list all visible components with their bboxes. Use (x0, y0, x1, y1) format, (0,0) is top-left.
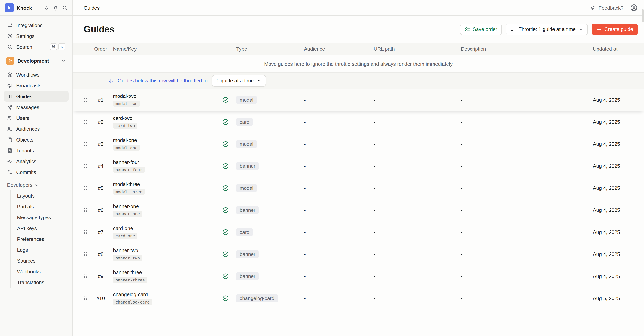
throttle-divider-row: Guides below this row will be throttled … (73, 73, 644, 89)
row-order: #7 (94, 229, 108, 235)
knock-logo: k (5, 3, 14, 12)
guide-key-badge: modal-three (113, 188, 145, 195)
drag-handle-icon[interactable] (82, 207, 88, 213)
table-row[interactable]: #8 banner-two banner-two banner - - (73, 243, 644, 265)
sidebar-item-logs[interactable]: Logs (11, 244, 68, 255)
throttle-button[interactable]: Throttle: 1 guide at a time (506, 23, 588, 35)
guide-name[interactable]: banner-four (113, 159, 218, 165)
guide-name[interactable]: modal-three (113, 181, 218, 187)
row-audience: - (299, 251, 371, 257)
sidebar-item-commits[interactable]: Commits (4, 167, 68, 177)
guide-key-badge: card-one (113, 233, 137, 239)
sidebar-item-label: Analytics (16, 158, 36, 164)
sidebar-item-users[interactable]: Users (4, 113, 68, 123)
feedback-button[interactable]: Feedback? (590, 5, 624, 11)
sidebar-item-analytics[interactable]: Analytics (4, 156, 68, 167)
page-header: Guides Save order Throttle: 1 guide at a… (73, 16, 644, 42)
guide-name[interactable]: banner-one (113, 203, 218, 209)
sidebar-item-search[interactable]: Search ⌘ K (4, 41, 68, 52)
table-row[interactable]: #7 card-one card-one card - - (73, 221, 644, 243)
vertical-scrollbar-thumb[interactable] (642, 9, 644, 22)
workspace-switcher[interactable]: k Knock (0, 0, 73, 15)
building-icon (7, 148, 13, 153)
create-guide-button[interactable]: Create guide (592, 23, 638, 35)
sidebar-item-integrations[interactable]: Integrations (4, 20, 68, 30)
row-order: #1 (94, 97, 108, 103)
drag-handle-icon[interactable] (82, 295, 88, 301)
guide-name[interactable]: changelog-card (113, 291, 218, 297)
table-row[interactable]: #4 banner-four banner-four banner - - (73, 155, 644, 177)
row-order: #2 (94, 119, 108, 125)
row-name-cell: card-two card-two (108, 115, 218, 129)
sidebar-item-workflows[interactable]: Workflows (4, 69, 68, 80)
guide-name[interactable]: modal-one (113, 137, 218, 143)
table-row[interactable]: #10 changelog-card changelog-card change… (73, 287, 644, 309)
sidebar-item-api-keys[interactable]: API keys (11, 223, 68, 234)
row-updated-at: Aug 4, 2025 (590, 141, 638, 147)
drag-handle-icon[interactable] (82, 141, 88, 147)
row-updated-at: Aug 4, 2025 (590, 119, 638, 125)
throttle-select[interactable]: 1 guide at a time (212, 75, 266, 86)
drag-handle-icon[interactable] (82, 97, 88, 103)
sidebar-item-audiences[interactable]: Audiences (4, 123, 68, 134)
row-drag-cell (77, 207, 94, 213)
drag-handle-icon[interactable] (82, 163, 88, 169)
guide-name[interactable]: banner-two (113, 247, 218, 253)
guide-key-badge: banner-two (113, 255, 142, 261)
chevron-down-icon (578, 27, 583, 31)
drag-handle-icon[interactable] (82, 229, 88, 235)
sidebar-item-label: Layouts (17, 193, 35, 198)
guide-name[interactable]: card-two (113, 115, 218, 121)
drag-handle-icon[interactable] (82, 185, 88, 191)
sidebar-item-tenants[interactable]: Tenants (4, 145, 68, 156)
circle-check-icon (222, 141, 229, 147)
table-row[interactable]: #6 banner-one banner-one banner - - (73, 199, 644, 221)
drag-handle-icon[interactable] (82, 119, 88, 125)
user-circle-icon[interactable] (630, 4, 638, 11)
sidebar-item-webhooks[interactable]: Webhooks (11, 266, 68, 277)
sidebar-item-layouts[interactable]: Layouts (11, 190, 68, 201)
guide-name[interactable]: banner-three (113, 269, 218, 275)
table-row[interactable]: #1 modal-two modal-two modal - - (73, 89, 644, 111)
table-row[interactable]: #3 modal-one modal-one modal - - (73, 133, 644, 155)
table-row[interactable]: #5 modal-three modal-three modal - - (73, 177, 644, 199)
row-url-path: - (371, 97, 458, 103)
row-audience: - (299, 185, 371, 191)
workflows-icon (7, 72, 13, 78)
save-order-button[interactable]: Save order (460, 23, 502, 35)
row-description: - (458, 251, 590, 257)
feedback-label: Feedback? (598, 5, 624, 11)
circle-check-icon (222, 163, 229, 169)
table-row[interactable]: #9 banner-three banner-three banner - - (73, 265, 644, 287)
table-row[interactable]: #2 card-two card-two card - - (73, 111, 644, 133)
row-updated-at: Aug 5, 2025 (590, 295, 638, 301)
drag-handle-icon[interactable] (82, 273, 88, 279)
drag-handle-icon[interactable] (82, 251, 88, 257)
row-audience: - (299, 163, 371, 169)
sidebar-item-objects[interactable]: Objects (4, 134, 68, 145)
bell-icon[interactable] (53, 5, 58, 11)
row-status-cell (218, 119, 233, 125)
chevron-down-icon (34, 183, 39, 187)
sidebar-item-broadcasts[interactable]: Broadcasts (4, 80, 68, 91)
sidebar-item-guides[interactable]: Guides (4, 91, 68, 102)
guide-name[interactable]: modal-two (113, 93, 218, 99)
chevrons-up-down-icon[interactable] (44, 5, 49, 10)
unthrottled-drop-zone[interactable]: Move guides here to ignore the throttle … (73, 55, 644, 73)
sidebar-item-messages[interactable]: Messages (4, 102, 68, 113)
row-name-cell: card-one card-one (108, 225, 218, 239)
sidebar-item-partials[interactable]: Partials (11, 201, 68, 212)
row-description: - (458, 207, 590, 213)
guide-name[interactable]: card-one (113, 225, 218, 231)
row-audience: - (299, 229, 371, 235)
sidebar-item-settings[interactable]: Settings (4, 30, 68, 41)
search-icon[interactable] (62, 5, 68, 11)
sidebar-item-message-types[interactable]: Message types (11, 212, 68, 223)
sidebar-item-preferences[interactable]: Preferences (11, 234, 68, 244)
sidebar-section-developers[interactable]: Developers (4, 180, 68, 190)
workspace-name: Knock (17, 5, 41, 11)
environment-switcher[interactable]: Development (4, 55, 68, 66)
sidebar-item-translations[interactable]: Translations (11, 277, 68, 288)
sidebar-item-sources[interactable]: Sources (11, 255, 68, 266)
row-updated-at: Aug 4, 2025 (590, 163, 638, 169)
